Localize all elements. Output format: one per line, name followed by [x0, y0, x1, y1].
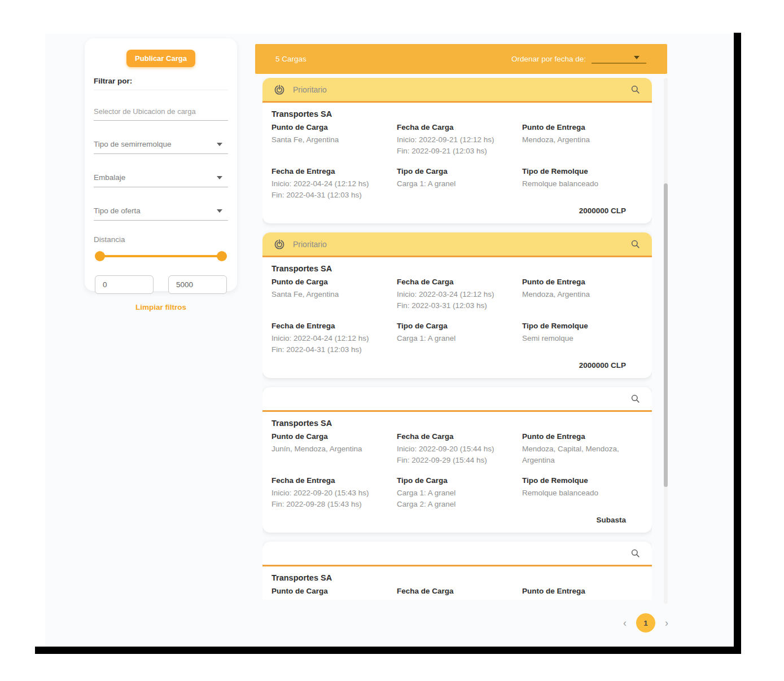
slider-handle-min[interactable]: [95, 251, 105, 261]
publish-cargo-button[interactable]: Publicar Carga: [126, 50, 195, 67]
field-fecha-carga: Fecha de Carga Inicio: 2022-09-21 (12:12…: [397, 123, 522, 157]
packaging-select[interactable]: Embalaje: [94, 171, 228, 187]
card-header-band: Prioritario: [262, 232, 652, 257]
semitrailer-type-select[interactable]: Tipo de semirremolque: [94, 138, 228, 154]
divider: [94, 90, 228, 90]
cargo-card[interactable]: Transportes SA Punto de Carga Fecha de C…: [262, 542, 652, 600]
chevron-down-icon: [634, 56, 640, 59]
priority-icon: [274, 84, 285, 95]
field-tipo-carga: Tipo de Carga Carga 1: A granel: [397, 167, 522, 201]
sort-date-select[interactable]: [592, 55, 646, 64]
priority-label: Prioritario: [293, 85, 327, 94]
distance-min-input[interactable]: [95, 275, 154, 294]
chevron-down-icon: [217, 143, 222, 146]
cargo-list[interactable]: Prioritario Transportes SA Punto de Carg…: [262, 78, 652, 600]
chevron-down-icon: [217, 176, 222, 179]
field-fecha-entrega: Fecha de Entrega Inicio: 2022-09-20 (15:…: [271, 476, 397, 511]
field-tipo-remolque: Tipo de Remolque Semi remolque: [522, 322, 643, 356]
filters-sidebar: Publicar Carga Filtrar por: Tipo de semi…: [85, 38, 237, 291]
cargo-card[interactable]: Transportes SA Punto de Carga Junín, Men…: [262, 387, 652, 533]
clear-filters-link[interactable]: Limpiar filtros: [94, 303, 228, 311]
app-window: Publicar Carga Filtrar por: Tipo de semi…: [45, 34, 734, 647]
search-icon[interactable]: [630, 393, 641, 404]
filter-title: Filtrar por:: [94, 77, 228, 85]
field-punto-carga: Punto de Carga Junín, Mendoza, Argentina: [271, 432, 397, 467]
price-label: Subasta: [271, 510, 643, 525]
field-fecha-entrega: Fecha de Entrega Inicio: 2022-04-24 (12:…: [271, 167, 397, 201]
company-name: Transportes SA: [271, 419, 643, 428]
price-label: 2000000 CLP: [271, 355, 643, 371]
company-name: Transportes SA: [271, 573, 643, 582]
window-edge-right: [734, 33, 741, 653]
field-punto-carga: Punto de Carga: [271, 587, 397, 598]
chevron-down-icon: [217, 209, 222, 213]
price-label: 2000000 CLP: [271, 201, 643, 216]
distance-range-slider[interactable]: [95, 251, 227, 261]
distance-max-input[interactable]: [168, 275, 227, 294]
field-fecha-carga: Fecha de Carga Inicio: 2022-03-24 (12:12…: [397, 278, 522, 312]
field-tipo-remolque: Tipo de Remolque Remolque balanceado: [522, 167, 643, 201]
company-name: Transportes SA: [271, 109, 643, 118]
field-punto-entrega: Punto de Entrega Mendoza, Argentina: [522, 278, 643, 312]
pagination: ‹ 1 ›: [623, 613, 668, 632]
card-header-band: Prioritario: [262, 78, 652, 103]
cargo-card[interactable]: Prioritario Transportes SA Punto de Carg…: [262, 78, 652, 223]
field-punto-entrega: Punto de Entrega Mendoza, Argentina: [522, 123, 643, 157]
card-header-band: [262, 387, 652, 412]
results-header-bar: 5 Cargas Ordenar por fecha de:: [255, 44, 667, 74]
sort-label: Ordenar por fecha de:: [511, 55, 586, 63]
page-number-button[interactable]: 1: [636, 613, 655, 632]
priority-label: Prioritario: [293, 240, 327, 249]
field-tipo-carga: Tipo de Carga Carga 1: A granel: [397, 322, 522, 356]
next-page-icon[interactable]: ›: [665, 618, 668, 628]
offer-type-select[interactable]: Tipo de oferta: [94, 204, 228, 221]
company-name: Transportes SA: [271, 264, 643, 273]
search-icon[interactable]: [630, 548, 641, 559]
card-header-band: [262, 542, 652, 566]
window-edge-bottom: [35, 647, 741, 654]
semitrailer-type-label: Tipo de semirremolque: [94, 140, 172, 148]
field-punto-entrega: Punto de Entrega Mendoza, Capital, Mendo…: [522, 432, 643, 467]
cargo-card[interactable]: Prioritario Transportes SA Punto de Carg…: [262, 232, 652, 378]
field-fecha-carga: Fecha de Carga: [397, 587, 522, 598]
cargo-count: 5 Cargas: [275, 55, 306, 63]
field-tipo-carga: Tipo de Carga Carga 1: A granel Carga 2:…: [397, 476, 522, 511]
slider-handle-max[interactable]: [217, 251, 227, 261]
slider-track: [98, 255, 224, 257]
search-icon[interactable]: [630, 84, 641, 95]
cargo-location-input[interactable]: [94, 105, 228, 121]
priority-icon: [274, 239, 285, 250]
field-tipo-remolque: Tipo de Remolque Remolque balanceado: [522, 476, 643, 511]
scrollbar-thumb[interactable]: [664, 183, 668, 487]
packaging-label: Embalaje: [94, 173, 125, 182]
field-punto-entrega: Punto de Entrega: [522, 587, 643, 598]
distance-label: Distancia: [94, 235, 228, 244]
field-punto-carga: Punto de Carga Santa Fe, Argentina: [271, 278, 397, 312]
field-fecha-entrega: Fecha de Entrega Inicio: 2022-04-24 (12:…: [271, 322, 397, 356]
field-punto-carga: Punto de Carga Santa Fe, Argentina: [271, 123, 397, 157]
offer-type-label: Tipo de oferta: [94, 207, 141, 215]
prev-page-icon[interactable]: ‹: [623, 618, 627, 628]
field-fecha-carga: Fecha de Carga Inicio: 2022-09-20 (15:44…: [397, 432, 522, 467]
search-icon[interactable]: [630, 239, 641, 249]
